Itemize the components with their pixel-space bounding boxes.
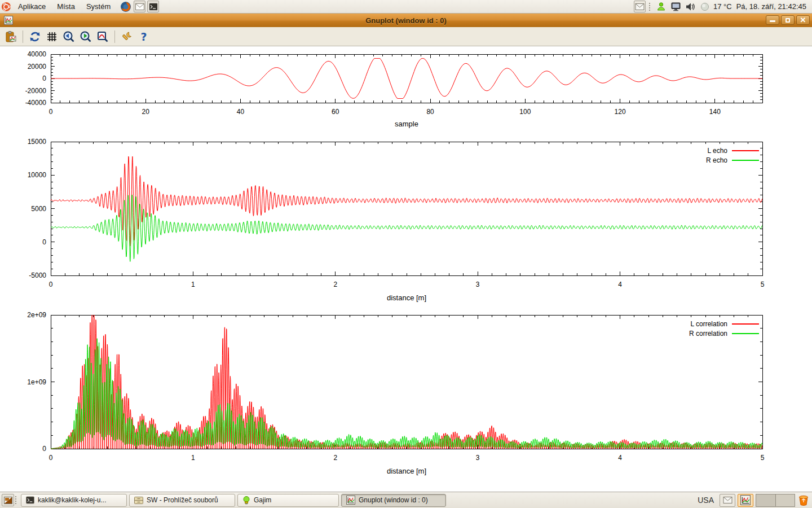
workspace-switcher <box>756 494 795 507</box>
maximize-icon <box>785 18 790 23</box>
svg-text:L echo: L echo <box>707 147 727 155</box>
svg-text:20: 20 <box>142 108 150 116</box>
workspace-1[interactable] <box>756 494 775 506</box>
clock-applet[interactable]: Pá, 18. září, 21:42:45 <box>734 2 809 11</box>
grid-toggle-button[interactable] <box>45 29 59 44</box>
taskbar-button-terminal[interactable]: kaklik@kaklik-kolej-u... <box>21 494 127 507</box>
svg-text:60: 60 <box>332 108 339 116</box>
temperature-readout[interactable]: 17 °C <box>713 2 732 11</box>
svg-text:40000: 40000 <box>28 50 47 58</box>
maximize-button[interactable] <box>781 15 795 25</box>
desktop: Aplikace Místa Systém <box>0 0 812 508</box>
question-mark-icon: ? <box>140 30 147 43</box>
svg-text:R correlation: R correlation <box>689 330 727 338</box>
svg-text:0: 0 <box>49 454 53 462</box>
taskbar-button-file-manager[interactable]: SW - Prohlížeč souborů <box>129 494 235 507</box>
svg-text:15000: 15000 <box>28 138 47 146</box>
user-switcher-icon[interactable] <box>655 0 667 14</box>
menu-system[interactable]: Systém <box>81 0 116 14</box>
series-l-correlation <box>51 315 762 449</box>
svg-text:0: 0 <box>49 108 53 116</box>
svg-text:20000: 20000 <box>28 63 47 71</box>
keyboard-layout-indicator[interactable]: USA <box>698 496 714 505</box>
svg-text:-5000: -5000 <box>29 271 46 279</box>
svg-text:R echo: R echo <box>706 156 727 164</box>
svg-text:40: 40 <box>237 108 245 116</box>
copy-to-clipboard-button[interactable] <box>3 29 18 44</box>
svg-text:2e+09: 2e+09 <box>27 311 46 319</box>
svg-text:sample: sample <box>395 120 418 128</box>
workspace-2[interactable] <box>775 494 795 506</box>
window-titlebar[interactable]: Gnuplot (window id : 0) ✕ <box>0 14 812 27</box>
chart: 012345-5000050001000015000distance [m]L … <box>28 138 765 302</box>
minimize-icon <box>770 20 775 22</box>
svg-text:100: 100 <box>519 108 531 116</box>
toolbar-separator <box>23 30 23 43</box>
bottom-taskbar: kaklik@kaklik-kolej-u... SW - Prohlížeč … <box>0 492 812 508</box>
menu-applications[interactable]: Aplikace <box>12 0 51 14</box>
mail-tray-icon[interactable] <box>720 494 735 507</box>
mail-notification-icon[interactable] <box>634 1 646 12</box>
svg-text:3: 3 <box>476 454 480 462</box>
svg-text:5000: 5000 <box>31 205 46 213</box>
svg-text:-20000: -20000 <box>25 87 47 95</box>
top-panel: Aplikace Místa Systém <box>0 0 812 14</box>
mail-launcher-icon[interactable] <box>134 1 145 12</box>
firefox-launcher-icon[interactable] <box>120 0 132 14</box>
gnuplot-toolbar: ? <box>0 27 812 46</box>
svg-text:-40000: -40000 <box>25 99 47 107</box>
charts-svg: 020406080100120140-40000-200000200004000… <box>0 46 812 490</box>
panel-handle[interactable] <box>649 3 651 11</box>
show-desktop-button[interactable] <box>2 494 14 506</box>
svg-text:2: 2 <box>333 281 337 288</box>
taskbar-button-label: kaklik@kaklik-kolej-u... <box>38 496 107 504</box>
svg-text:5: 5 <box>761 454 765 462</box>
series-chirp-signal <box>51 59 762 99</box>
chart: 020406080100120140-40000-200000200004000… <box>25 50 762 128</box>
trash-applet-icon[interactable] <box>797 494 810 507</box>
zoom-next-button[interactable] <box>78 29 93 44</box>
toolbar-separator <box>114 30 115 43</box>
close-button[interactable]: ✕ <box>796 15 810 25</box>
svg-text:1: 1 <box>191 454 195 462</box>
terminal-icon <box>26 496 34 504</box>
menu-places[interactable]: Místa <box>51 0 81 14</box>
gnuplot-canvas[interactable]: 020406080100120140-40000-200000200004000… <box>0 46 812 490</box>
refresh-button[interactable] <box>28 29 42 44</box>
volume-icon[interactable] <box>684 0 696 14</box>
ubuntu-logo-icon[interactable] <box>0 0 12 14</box>
svg-text:0: 0 <box>42 238 46 246</box>
weather-icon[interactable] <box>699 0 711 14</box>
gnuplot-tray-icon[interactable] <box>738 494 753 507</box>
svg-text:4: 4 <box>618 281 622 288</box>
close-icon: ✕ <box>797 16 809 24</box>
svg-text:2: 2 <box>333 454 337 462</box>
svg-text:120: 120 <box>615 108 626 116</box>
taskbar-button-label: Gajim <box>254 496 271 504</box>
svg-text:0: 0 <box>42 445 46 453</box>
svg-text:1: 1 <box>191 281 195 288</box>
settings-wrench-button[interactable] <box>120 29 134 44</box>
minimize-button[interactable] <box>766 15 779 25</box>
taskbar-button-gnuplot[interactable]: Gnuplot (window id : 0) <box>341 494 446 507</box>
replot-autoscale-button[interactable] <box>95 29 110 44</box>
help-button[interactable]: ? <box>136 29 151 44</box>
terminal-launcher-icon[interactable] <box>147 1 159 12</box>
display-settings-icon[interactable] <box>669 0 682 14</box>
chart: 01234501e+092e+09distance [m]L correlati… <box>27 311 764 475</box>
series-r-echo <box>51 195 762 261</box>
svg-text:L correlation: L correlation <box>690 320 727 328</box>
svg-text:1e+09: 1e+09 <box>27 378 46 386</box>
svg-text:4: 4 <box>618 454 622 462</box>
svg-text:0: 0 <box>42 75 46 82</box>
window-title: Gnuplot (window id : 0) <box>0 16 812 25</box>
svg-text:10000: 10000 <box>28 171 47 179</box>
gajim-icon <box>242 496 250 505</box>
svg-text:3: 3 <box>476 281 480 288</box>
taskbar-button-gajim[interactable]: Gajim <box>237 494 339 507</box>
taskbar-handle[interactable] <box>15 496 17 504</box>
gnuplot-window-icon <box>2 14 15 27</box>
svg-text:distance [m]: distance [m] <box>387 294 426 302</box>
zoom-previous-button[interactable] <box>61 29 76 44</box>
svg-text:140: 140 <box>709 108 721 116</box>
